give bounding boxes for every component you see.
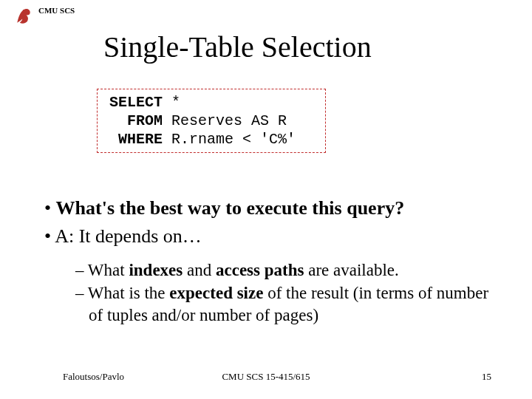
bullet-list: • What's the best way to execute this qu… — [44, 196, 502, 328]
sub-bullet-1-bold2: access paths — [216, 261, 304, 279]
sub-bullet-1-bold1: indexes — [129, 261, 183, 279]
sub-bullet-1-post: are available. — [304, 261, 398, 279]
slide-header: CMU SCS — [13, 6, 75, 27]
sql-keyword-from: FROM — [105, 112, 163, 130]
sub-bullet-2-bold: expected size — [169, 284, 263, 302]
cmu-logo-icon — [13, 6, 34, 27]
sub-bullet-list: – What indexes and access paths are avai… — [75, 259, 502, 327]
sql-line-where: WHERE R.rname < 'C%' — [105, 130, 318, 149]
sub-bullet-indexes: – What indexes and access paths are avai… — [75, 259, 502, 282]
sub-bullet-2-pre: – What is the — [75, 284, 169, 302]
sql-keyword-select: SELECT — [105, 93, 163, 112]
sub-bullet-1-mid: and — [183, 261, 216, 279]
footer-authors: Faloutsos/Pavlo — [63, 371, 124, 383]
bullet-question-text: What's the best way to execute this quer… — [56, 197, 405, 219]
bullet-answer: • A: It depends on… — [44, 224, 502, 249]
sql-arg-where: R.rname < 'C%' — [163, 130, 296, 149]
bullet-dot: • — [44, 197, 56, 219]
bullet-question: • What's the best way to execute this qu… — [44, 196, 502, 221]
sql-arg-select: * — [163, 93, 180, 112]
header-org-text: CMU SCS — [38, 6, 75, 15]
sql-line-select: SELECT * — [105, 93, 318, 112]
slide-title: Single-Table Selection — [103, 30, 372, 64]
sub-bullet-1-pre: – What — [75, 261, 129, 279]
footer-course: CMU SCS 15-415/615 — [222, 371, 310, 383]
sql-code-box: SELECT * FROM Reserves AS R WHERE R.rnam… — [97, 89, 326, 153]
sql-arg-from: Reserves AS R — [163, 112, 287, 130]
sql-keyword-where: WHERE — [105, 130, 163, 149]
sub-bullet-size: – What is the expected size of the resul… — [75, 282, 502, 327]
slide-footer: Faloutsos/Pavlo CMU SCS 15-415/615 15 — [0, 371, 532, 383]
footer-page-number: 15 — [482, 371, 491, 383]
sql-line-from: FROM Reserves AS R — [105, 112, 318, 130]
